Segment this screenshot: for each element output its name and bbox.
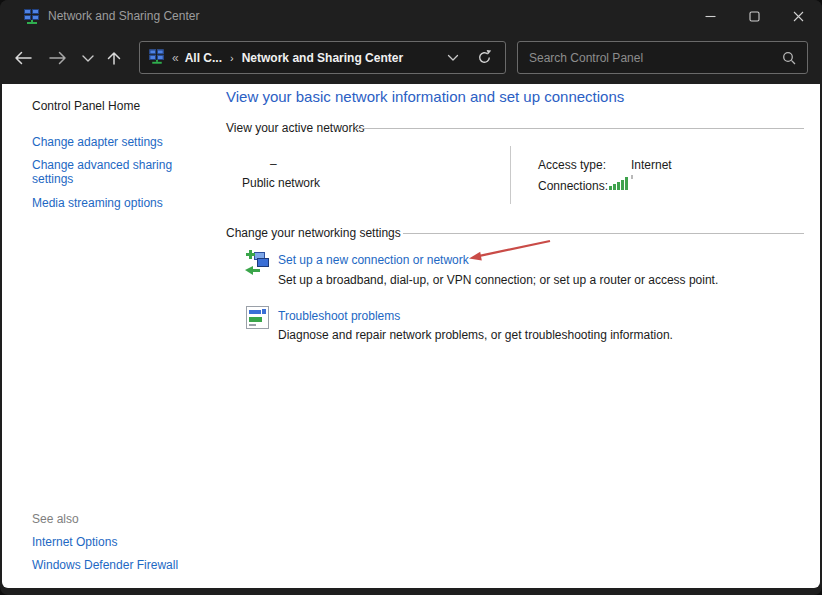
access-type-label: Access type: [538,158,606,172]
see-also-heading: See also [32,513,194,527]
navigation-toolbar: « All C... › Network and Sharing Center [0,32,822,84]
page-title: View your basic network information and … [226,88,624,105]
close-icon [793,11,804,22]
back-button[interactable] [13,50,33,66]
setup-connection-link[interactable]: Set up a new connection or network [278,253,469,267]
breadcrumb-current[interactable]: Network and Sharing Center [242,51,403,65]
setup-connection-description: Set up a broadband, dial-up, or VPN conn… [278,273,718,287]
address-dropdown-button[interactable] [447,54,459,62]
network-name: – [270,157,277,171]
section-rule [355,128,804,129]
forward-arrow-icon [48,50,68,66]
network-info-divider [510,146,511,204]
breadcrumb-location-icon [149,48,164,67]
chevron-down-icon [81,54,95,63]
connections-label: Connections: [538,179,608,193]
chevron-down-icon [447,54,459,62]
breadcrumb-separator: › [230,52,234,64]
troubleshoot-problems-link[interactable]: Troubleshoot problems [278,309,400,323]
main-panel: View your basic network information and … [224,84,820,588]
window-title: Network and Sharing Center [48,9,199,23]
recent-locations-button[interactable] [81,54,95,63]
minimize-icon [705,11,716,22]
network-app-icon [24,8,40,28]
up-arrow-icon [106,50,122,66]
network-sharing-center-window: Network and Sharing Center « A [0,0,822,595]
minimize-button[interactable] [688,1,732,31]
sidebar-item-change-advanced-sharing-settings[interactable]: Change advanced sharing settings [32,159,194,186]
signal-bars-icon [609,176,631,191]
sidebar-item-change-adapter-settings[interactable]: Change adapter settings [32,136,194,150]
active-networks-label: View your active networks [226,121,365,135]
title-bar: Network and Sharing Center [0,0,822,32]
breadcrumb-root[interactable]: All C... [185,51,222,65]
network-type-label: Public network [242,176,320,190]
search-icon [782,51,796,65]
setup-connection-icon[interactable] [245,250,270,275]
search-box[interactable] [517,41,808,74]
up-button[interactable] [106,50,122,66]
search-input[interactable] [529,51,782,65]
sidebar-item-control-panel-home[interactable]: Control Panel Home [32,100,194,114]
maximize-button[interactable] [732,1,776,31]
troubleshoot-description: Diagnose and repair network problems, or… [278,328,673,342]
close-button[interactable] [776,1,820,31]
section-rule [403,233,804,234]
sidebar-item-media-streaming-options[interactable]: Media streaming options [32,197,194,211]
networking-settings-label: Change your networking settings [226,226,401,240]
content-area: Control Panel Home Change adapter settin… [2,84,820,588]
address-bar[interactable]: « All C... › Network and Sharing Center [139,41,506,74]
forward-button[interactable] [48,50,68,66]
troubleshoot-icon[interactable] [246,306,269,329]
refresh-icon [476,49,493,66]
sidebar-item-internet-options[interactable]: Internet Options [32,536,194,550]
refresh-button[interactable] [476,49,493,66]
sidebar-item-windows-defender-firewall[interactable]: Windows Defender Firewall [32,559,194,573]
back-arrow-icon [13,50,33,66]
maximize-icon [749,11,760,22]
sidebar: Control Panel Home Change adapter settin… [2,84,224,588]
breadcrumb-collapsed-button[interactable]: « [172,51,178,65]
access-type-value: Internet [631,158,672,172]
